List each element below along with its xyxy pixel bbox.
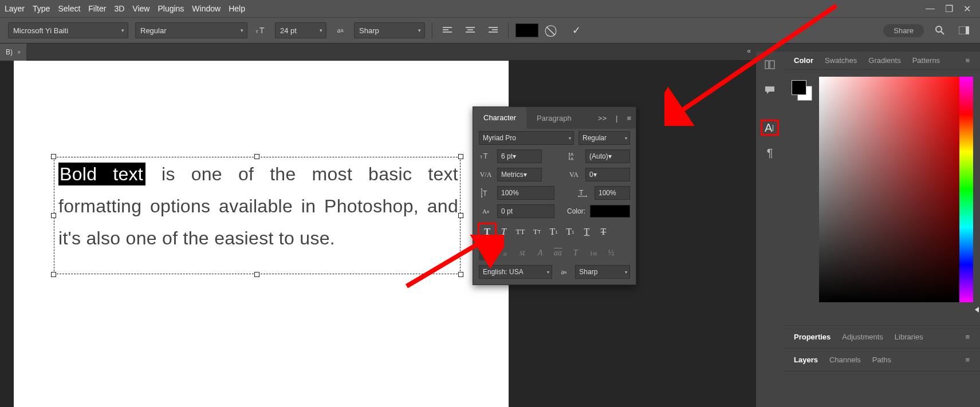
faux-bold-button[interactable]: T [479, 224, 495, 240]
ot-contextual-button[interactable]: ℴ [497, 246, 513, 260]
char-baseline-input[interactable]: 0 pt [497, 204, 554, 218]
menu-view[interactable]: View [132, 4, 149, 13]
foreground-color-swatch[interactable] [792, 80, 806, 95]
resize-handle[interactable] [51, 154, 56, 159]
resize-handle[interactable] [458, 272, 463, 277]
char-language-dropdown[interactable]: English: USA [479, 265, 552, 279]
maximize-icon[interactable]: ❐ [945, 3, 953, 14]
minimize-icon[interactable]: — [926, 3, 935, 14]
tab-libraries[interactable]: Libraries [895, 333, 923, 341]
window-controls: — ❐ ✕ [926, 3, 975, 14]
tab-paths[interactable]: Paths [872, 355, 891, 364]
text-color-swatch[interactable] [515, 23, 538, 37]
align-right-icon[interactable] [485, 22, 501, 38]
commit-icon[interactable]: ✓ [568, 22, 584, 38]
collapse-icon[interactable]: >> [593, 114, 611, 123]
ot-titling-button[interactable]: T [568, 246, 584, 260]
text-content[interactable]: Bold text is one of the most basic text … [58, 158, 458, 254]
resize-handle[interactable] [458, 154, 463, 159]
superscript-button[interactable]: T1 [545, 224, 562, 240]
workspace-switcher-icon[interactable] [956, 22, 972, 38]
faux-italic-button[interactable]: T [495, 224, 512, 240]
cancel-icon[interactable]: ⃠ [545, 22, 561, 38]
char-language-value: English: USA [483, 268, 524, 276]
tab-patterns[interactable]: Patterns [912, 56, 940, 65]
search-icon[interactable] [932, 22, 948, 38]
align-center-icon[interactable] [462, 22, 478, 38]
ot-fractions-button[interactable]: ½ [603, 246, 619, 260]
text-bounding-box[interactable]: Bold text is one of the most basic text … [54, 157, 461, 274]
history-panel-icon[interactable] [762, 58, 777, 71]
ot-stylistic-button[interactable]: aa [550, 246, 566, 260]
char-vscale-input[interactable]: 100% [497, 186, 554, 200]
paragraph-panel-icon[interactable]: ¶ [762, 147, 777, 159]
char-leading-input[interactable]: (Auto) [585, 149, 630, 163]
chevron-down-icon [241, 27, 243, 33]
menu-help[interactable]: Help [229, 4, 245, 13]
subscript-button[interactable]: T1 [562, 224, 578, 240]
font-family-dropdown[interactable]: Microsoft Yi Baiti [8, 22, 128, 38]
resize-handle[interactable] [51, 213, 56, 218]
tab-color[interactable]: Color [794, 56, 813, 65]
ot-ligatures-button[interactable]: fi [479, 246, 495, 260]
document-tab[interactable]: B) × [0, 44, 26, 61]
menu-type[interactable]: Type [33, 4, 50, 13]
comments-panel-icon[interactable] [762, 84, 777, 96]
ot-swash-button[interactable]: A [532, 246, 548, 260]
hue-slider[interactable] [959, 77, 973, 302]
menu-select[interactable]: Select [58, 4, 80, 13]
options-bar: Microsoft Yi Baiti Regular TT 24 pt aa S… [0, 17, 980, 44]
char-font-family-dropdown[interactable]: Myriad Pro [479, 131, 574, 145]
menu-3d[interactable]: 3D [114, 4, 124, 13]
resize-handle[interactable] [458, 213, 463, 218]
color-picker-field[interactable] [819, 77, 963, 302]
panel-menu-icon[interactable]: ≡ [965, 56, 970, 65]
strikethrough-button[interactable]: T [595, 224, 612, 240]
panel-menu-icon[interactable]: ≡ [965, 333, 970, 341]
close-window-icon[interactable]: ✕ [963, 3, 971, 14]
tab-swatches[interactable]: Swatches [825, 56, 857, 65]
panel-menu-icon[interactable]: ≡ [965, 355, 970, 364]
all-caps-button[interactable]: TT [512, 224, 529, 240]
resize-handle[interactable] [254, 272, 259, 277]
font-style-dropdown[interactable]: Regular [135, 22, 247, 38]
resize-handle[interactable] [51, 272, 56, 277]
char-color-swatch[interactable] [590, 205, 630, 218]
align-left-icon[interactable] [439, 22, 455, 38]
anti-alias-dropdown[interactable]: Sharp [354, 22, 425, 38]
menu-layer[interactable]: Layer [5, 4, 25, 13]
tab-channels[interactable]: Channels [829, 355, 861, 364]
char-aa-dropdown[interactable]: Sharp [575, 265, 630, 279]
fg-bg-swatches[interactable] [792, 80, 812, 101]
font-size-dropdown[interactable]: 24 pt [275, 22, 326, 38]
tab-layers[interactable]: Layers [794, 355, 818, 364]
svg-point-2 [936, 26, 942, 32]
menu-plugins[interactable]: Plugins [158, 4, 184, 13]
menu-window[interactable]: Window [192, 4, 221, 13]
tab-properties[interactable]: Properties [794, 333, 831, 341]
char-font-style-dropdown[interactable]: Regular [578, 131, 630, 145]
options-right: Share [883, 22, 972, 38]
share-button[interactable]: Share [883, 24, 924, 37]
char-font-size-input[interactable]: 6 pt [497, 149, 542, 163]
char-kerning-input[interactable]: Metrics [497, 168, 542, 181]
tab-adjustments[interactable]: Adjustments [842, 333, 883, 341]
ot-discretionary-button[interactable]: st [514, 246, 530, 260]
menu-filter[interactable]: Filter [88, 4, 106, 13]
font-size-icon: TT [254, 24, 268, 37]
menubar-items: Layer Type Select Filter 3D View Plugins… [5, 4, 245, 13]
close-tab-icon[interactable]: × [17, 49, 21, 56]
tab-paragraph[interactable]: Paragraph [526, 107, 582, 129]
anti-alias-icon: aa [557, 266, 570, 278]
tab-gradients[interactable]: Gradients [868, 56, 900, 65]
character-panel-icon[interactable]: A [762, 121, 777, 134]
panel-menu-icon[interactable]: ≡ [622, 114, 636, 123]
underline-button[interactable]: T [578, 224, 595, 240]
chevron-down-icon [625, 270, 627, 275]
char-tracking-input[interactable]: 0 [585, 168, 630, 181]
tab-character[interactable]: Character [473, 107, 526, 129]
ot-ordinals-button[interactable]: 1st [585, 246, 601, 260]
collapse-panels-icon[interactable]: « [747, 47, 751, 55]
char-hscale-input[interactable]: 100% [595, 186, 630, 200]
small-caps-button[interactable]: TT [529, 224, 545, 240]
